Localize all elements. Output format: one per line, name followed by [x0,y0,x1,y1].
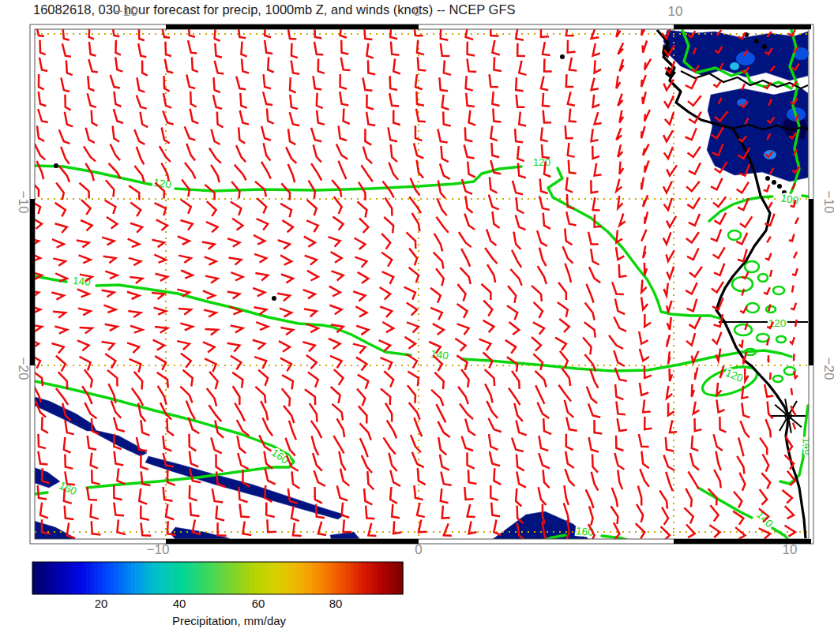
wind-barb [263,418,273,436]
wind-barb [288,129,295,144]
wind-barb [392,504,400,519]
wind-barb [543,42,550,55]
wind-barb [644,263,647,275]
wind-barb [712,332,722,344]
wind-barb [53,312,66,318]
wind-barb [365,129,371,144]
wind-barb [639,434,649,447]
wind-barb [391,144,397,162]
wind-barb [167,418,174,436]
colorbar-slice [218,562,223,594]
wind-barb [215,43,222,58]
wind-barb [339,161,347,179]
colorbar-slice [118,562,123,594]
wind-barb [54,327,66,334]
wind-barb [280,328,293,335]
wind-barb [115,58,122,72]
wind-barb [186,144,195,161]
wind-barb [466,93,475,107]
colorbar-slice [329,562,333,594]
colorbar-slice [36,562,41,594]
wind-barb [764,287,770,294]
wind-barb [185,126,196,140]
wind-barb [129,258,141,265]
wind-barb [568,40,576,53]
wind-barb [740,216,752,227]
wind-barb [468,59,477,72]
wind-barb [614,350,625,366]
wind-barb [39,58,47,71]
wind-barb [363,147,372,164]
wind-barb [766,419,771,437]
wind-barb [88,93,96,107]
wind-barb [612,488,618,507]
colorbar-tick-label: 80 [329,597,343,610]
colorbar-slice [213,562,218,594]
wind-barb [785,526,796,537]
wind-barb [311,163,321,181]
wind-barb [382,322,393,332]
wind-barb [358,375,369,389]
city-dot [765,176,770,181]
wind-barb [742,289,744,296]
colorbar-slice [287,562,292,594]
precip-shading [26,395,96,431]
wind-barb [317,110,325,125]
wind-barb [440,163,450,179]
wind-barb [334,197,342,214]
wind-barb [589,506,593,525]
wind-barb [415,125,423,140]
wind-barb [390,76,397,90]
wind-barb [493,212,500,228]
wind-barb [792,286,794,293]
wind-barb [84,146,96,161]
wind-barb [407,303,417,316]
colorbar-slice [73,562,78,594]
wind-barb [643,245,645,258]
wind-barb [616,179,622,192]
colorbar-slice [222,562,227,594]
wind-barb [611,506,618,524]
wind-barb [332,271,344,280]
wind-barb [619,110,623,123]
wind-barb [760,438,767,455]
height-contour-ring [773,376,783,382]
wind-barb [767,237,771,243]
wind-barb [487,264,495,283]
wind-barb [543,213,550,229]
wind-barb [282,375,293,389]
colorbar-slice [291,562,296,594]
wind-barb [267,519,276,532]
wind-barb [558,385,571,402]
wind-barb [302,342,314,351]
wind-barb [465,419,475,436]
wind-barb [307,200,317,215]
wind-barb [80,357,91,371]
wind-barb [366,112,375,125]
wind-barb [667,301,671,313]
wind-barb [407,322,419,332]
wind-barb [65,455,73,469]
wind-barb [616,76,620,88]
wind-barb [593,197,600,210]
wind-barb [564,503,569,522]
wind-barb [434,234,443,252]
wind-barb [714,434,723,451]
wind-barb [740,306,746,313]
wind-barb [464,214,475,230]
wind-barb [512,438,524,451]
wind-barb [305,256,317,265]
wind-barb [794,252,797,258]
wind-barb [380,287,391,300]
wind-barb [468,470,477,484]
wind-barb [665,112,674,124]
wind-barb [185,163,196,179]
wind-barb [238,453,248,469]
wind-barb [128,311,141,317]
colorbar-slice [304,562,309,594]
wind-barb [289,421,296,440]
colorbar-slice [197,562,201,594]
wind-barb [417,40,424,54]
wind-barb [441,43,450,56]
wind-barb [510,269,521,286]
